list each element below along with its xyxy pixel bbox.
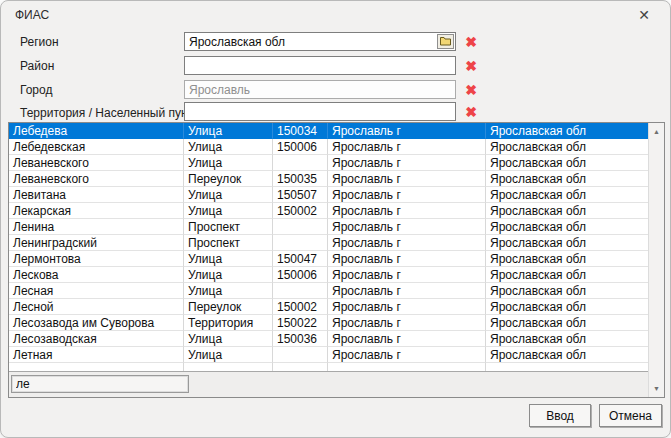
cell: Ярославль г xyxy=(328,219,486,235)
cell: 150507 xyxy=(273,187,328,203)
cell: Ярославль г xyxy=(328,267,486,283)
cell: Леваневского xyxy=(9,171,184,187)
cell: 150034 xyxy=(273,123,328,139)
enter-button[interactable]: Ввод xyxy=(529,404,591,427)
cell: Летная xyxy=(9,347,184,363)
cell: Улица xyxy=(184,139,273,155)
city-label: Город xyxy=(20,83,52,97)
district-clear-icon[interactable]: ✖ xyxy=(463,58,479,74)
table-row[interactable]: ЛесковаУлица150006Ярославль гЯрославская… xyxy=(9,267,648,283)
cell: Лебедева xyxy=(9,123,184,139)
cell xyxy=(273,155,328,171)
cell xyxy=(9,363,184,371)
cell: Ярославская обл xyxy=(486,331,648,347)
cell: Ярославская обл xyxy=(486,139,648,155)
cell: Ярославская обл xyxy=(486,267,648,283)
cell: Лескова xyxy=(9,267,184,283)
cell: Улица xyxy=(184,123,273,139)
cell: Лермонтова xyxy=(9,251,184,267)
cell: Переулок xyxy=(184,171,273,187)
cell: 150002 xyxy=(273,299,328,315)
table-row[interactable]: ЛесозаводскаяУлица150036Ярославль гЯросл… xyxy=(9,331,648,347)
table-row[interactable]: ЛевитанаУлица150507Ярославль гЯрославска… xyxy=(9,187,648,203)
cell: Ярославская обл xyxy=(486,123,648,139)
cell: Лекарская xyxy=(9,203,184,219)
cell: Ярославль г xyxy=(328,123,486,139)
district-label: Район xyxy=(20,59,54,73)
table-row[interactable]: ЛеваневскогоУлицаЯрославль гЯрославская … xyxy=(9,155,648,171)
cell: Ярославская обл xyxy=(486,203,648,219)
cell: Ярославль г xyxy=(328,155,486,171)
table-row[interactable]: ЛебедевскаяУлица150006Ярославль гЯрослав… xyxy=(9,139,648,155)
cell: Улица xyxy=(184,283,273,299)
cell: Территория xyxy=(184,315,273,331)
close-icon[interactable]: ✕ xyxy=(630,5,658,25)
cell: Улица xyxy=(184,331,273,347)
table-row[interactable]: Лесозавода им СувороваТерритория150022Яр… xyxy=(9,315,648,331)
cell: Ярославская обл xyxy=(486,219,648,235)
cell: Ярославская обл xyxy=(486,299,648,315)
cell: Проспект xyxy=(184,219,273,235)
cell: Ленина xyxy=(9,219,184,235)
vertical-scrollbar[interactable]: ▲ ▼ xyxy=(648,123,664,397)
table-row[interactable]: ЛеснойПереулок150002Ярославль гЯрославск… xyxy=(9,299,648,315)
cell: Улица xyxy=(184,187,273,203)
region-lookup-button[interactable] xyxy=(437,34,454,49)
cell: Ярославль г xyxy=(328,203,486,219)
cell: Ярославская обл xyxy=(486,235,648,251)
cell: Улица xyxy=(184,347,273,363)
table-row[interactable]: ЛенинаПроспектЯрославль гЯрославская обл xyxy=(9,219,648,235)
cell: 150002 xyxy=(273,203,328,219)
region-label: Регион xyxy=(20,35,59,49)
city-input xyxy=(184,80,456,99)
region-clear-icon[interactable]: ✖ xyxy=(463,34,479,50)
table-row[interactable]: ЛермонтоваУлица150047Ярославль гЯрославс… xyxy=(9,251,648,267)
cell: Левитана xyxy=(9,187,184,203)
list-footer xyxy=(9,371,648,397)
cell: Ярославская обл xyxy=(486,187,648,203)
cell: Ярославская обл xyxy=(486,315,648,331)
cell: Ярославль г xyxy=(328,299,486,315)
cell: 150036 xyxy=(273,331,328,347)
cell: Ленинградский xyxy=(9,235,184,251)
cell: Улица xyxy=(184,203,273,219)
district-input[interactable] xyxy=(184,56,456,75)
table-row[interactable]: ЛетнаяУлицаЯрославль гЯрославская обл xyxy=(9,347,648,363)
cell: Лебедевская xyxy=(9,139,184,155)
filter-input[interactable] xyxy=(11,375,189,393)
cell: Ярославль г xyxy=(328,251,486,267)
cell: Проспект xyxy=(184,235,273,251)
region-input[interactable] xyxy=(184,32,456,51)
table-row[interactable]: ЛекарскаяУлица150002Ярославль гЯрославск… xyxy=(9,203,648,219)
table-row[interactable]: ЛенинградскийПроспектЯрославль гЯрославс… xyxy=(9,235,648,251)
scroll-up-icon[interactable]: ▲ xyxy=(649,124,664,139)
territory-clear-icon[interactable]: ✖ xyxy=(463,104,479,120)
cell: Ярославская обл xyxy=(486,283,648,299)
cell: 150035 xyxy=(273,171,328,187)
cell: Улица xyxy=(184,267,273,283)
city-clear-icon[interactable]: ✖ xyxy=(463,82,479,98)
cell: Лесозаводская xyxy=(9,331,184,347)
cell: Ярославль г xyxy=(328,347,486,363)
cell xyxy=(184,363,273,371)
empty-row xyxy=(9,363,648,371)
cell: Ярославская обл xyxy=(486,171,648,187)
table-row[interactable]: ЛебедеваУлица150034Ярославль гЯрославска… xyxy=(9,123,648,139)
territory-label: Территория / Населенный пункт xyxy=(20,106,199,120)
cell: 150006 xyxy=(273,267,328,283)
cell: Ярославская обл xyxy=(486,347,648,363)
cell: 150047 xyxy=(273,251,328,267)
cell xyxy=(273,283,328,299)
cell: Лесная xyxy=(9,283,184,299)
territory-input[interactable] xyxy=(184,102,456,121)
cell xyxy=(273,347,328,363)
cell: Ярославская обл xyxy=(486,155,648,171)
table-row[interactable]: ЛеваневскогоПереулок150035Ярославль гЯро… xyxy=(9,171,648,187)
cell: Улица xyxy=(184,251,273,267)
cell: Ярославль г xyxy=(328,331,486,347)
cell xyxy=(328,363,486,371)
scroll-down-icon[interactable]: ▼ xyxy=(649,381,664,396)
cancel-button[interactable]: Отмена xyxy=(599,404,662,427)
list-body: ЛебедеваУлица150034Ярославль гЯрославска… xyxy=(9,123,648,371)
table-row[interactable]: ЛеснаяУлицаЯрославль гЯрославская обл xyxy=(9,283,648,299)
